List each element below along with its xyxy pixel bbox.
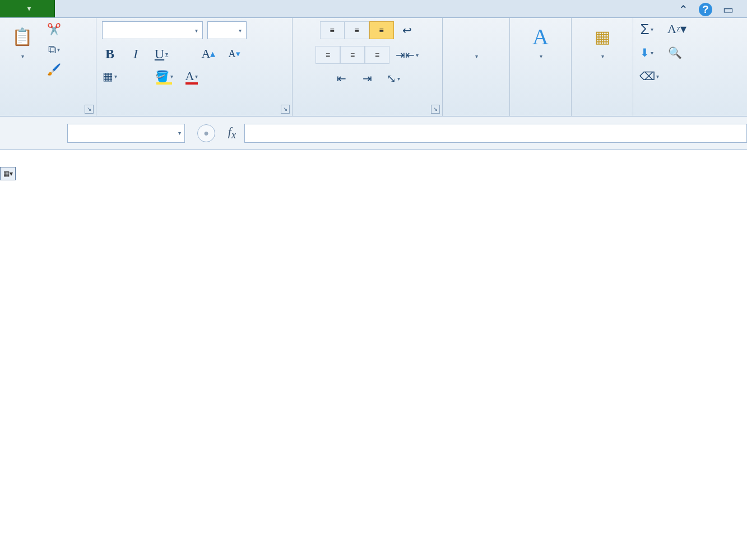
group-styles: A ▾	[510, 18, 572, 116]
font-size-select[interactable]: ▾	[207, 21, 247, 39]
group-alignment: ≡ ≡ ≡ ↩︎ ≡ ≡ ≡ ⇥⇤▾ ⇤ ⇥ ⤡▾ ↘	[293, 18, 443, 116]
name-box[interactable]: ▾	[67, 124, 185, 143]
fill-button[interactable]: ⬇▾	[639, 45, 655, 60]
help-icon[interactable]: ?	[699, 3, 712, 16]
chevron-down-icon: ▾	[21, 53, 24, 59]
chevron-down-icon: ▾	[540, 53, 542, 59]
align-bottom-button[interactable]: ≡	[369, 21, 394, 39]
cells-icon: ▦	[590, 24, 615, 49]
font-color-button[interactable]: A▾	[184, 68, 199, 84]
cut-icon[interactable]: ✂️	[46, 21, 62, 37]
align-center-button[interactable]: ≡	[340, 46, 365, 64]
chevron-down-icon: ▾	[178, 130, 181, 136]
chevron-down-icon: ▾	[601, 53, 604, 59]
decrease-indent-button[interactable]: ⇤	[334, 71, 350, 86]
increase-indent-button[interactable]: ⇥	[360, 71, 375, 86]
ribbon-tabbar: ▾ ⌃ ? ▭	[0, 0, 747, 18]
align-middle-button[interactable]: ≡	[345, 21, 369, 39]
chevron-down-icon: ▾	[239, 27, 242, 34]
formula-bar: ▾ ● fx	[0, 116, 747, 150]
shrink-font-button[interactable]: A▾	[226, 46, 242, 62]
autofill-options-button[interactable]: ▦▾	[0, 167, 16, 180]
group-label	[298, 111, 437, 116]
fill-color-button[interactable]: 🪣▾	[155, 68, 174, 84]
align-left-button[interactable]: ≡	[315, 46, 340, 64]
percent-icon	[464, 24, 489, 49]
group-label	[448, 100, 504, 116]
file-tab[interactable]: ▾	[0, 0, 55, 17]
styles-icon: A	[528, 24, 553, 49]
merge-center-button[interactable]: ⇥⇤▾	[395, 47, 419, 63]
group-label	[577, 100, 627, 116]
bold-button[interactable]: B	[102, 46, 118, 62]
grow-font-button[interactable]: A▴	[201, 46, 216, 62]
styles-button[interactable]: A ▾	[516, 21, 565, 62]
ribbon-minimize-icon[interactable]: ⌃	[675, 2, 691, 17]
fx-icon[interactable]: fx	[220, 124, 244, 141]
align-top-button[interactable]: ≡	[320, 21, 345, 39]
align-right-button[interactable]: ≡	[365, 46, 389, 64]
group-clipboard: 📋 ▾ ✂️ ⧉▾ 🖌️ ↘	[0, 18, 96, 116]
autosum-button[interactable]: Σ▾	[639, 21, 655, 37]
group-editing: Σ▾ AZ▾ ⬇▾ 🔍 ⌫▾	[633, 18, 747, 116]
number-format-button[interactable]: ▾	[448, 21, 504, 62]
group-font: ▾ ▾ B I U▾ A▴ A▾ ▦▾ 🪣▾ A▾	[96, 18, 293, 116]
wrap-text-button[interactable]: ↩︎	[400, 22, 415, 38]
paste-button[interactable]: 📋 ▾	[6, 21, 38, 62]
format-painter-icon[interactable]: 🖌️	[46, 62, 62, 77]
italic-button[interactable]: I	[128, 46, 143, 62]
group-label	[102, 111, 286, 116]
insert-function-button[interactable]: ●	[197, 124, 215, 142]
underline-button[interactable]: U▾	[154, 46, 169, 62]
font-name-select[interactable]: ▾	[102, 21, 203, 39]
group-label	[6, 111, 90, 116]
dialog-launcher-icon[interactable]: ↘	[85, 105, 94, 114]
orientation-button[interactable]: ⤡▾	[386, 71, 401, 86]
dialog-launcher-icon[interactable]: ↘	[431, 105, 440, 114]
chevron-down-icon: ▾	[27, 4, 31, 12]
cells-button[interactable]: ▦ ▾	[577, 21, 627, 62]
formula-input[interactable]	[244, 124, 747, 143]
paste-icon: 📋	[10, 24, 34, 49]
borders-button[interactable]: ▦▾	[102, 68, 118, 84]
group-number: ▾	[443, 18, 510, 116]
find-select-button[interactable]: 🔍	[667, 45, 683, 60]
group-label	[516, 100, 565, 116]
copy-icon[interactable]: ⧉▾	[46, 41, 62, 57]
group-label	[639, 111, 741, 116]
window-restore-icon[interactable]: ▭	[720, 2, 736, 17]
sort-filter-button[interactable]: AZ▾	[667, 21, 687, 37]
group-cells: ▦ ▾	[572, 18, 633, 116]
clear-button[interactable]: ⌫▾	[639, 68, 660, 84]
chevron-down-icon: ▾	[475, 53, 478, 59]
dialog-launcher-icon[interactable]: ↘	[281, 105, 290, 114]
chevron-down-icon: ▾	[195, 27, 198, 34]
ribbon: 📋 ▾ ✂️ ⧉▾ 🖌️ ↘ ▾ ▾	[0, 18, 747, 116]
